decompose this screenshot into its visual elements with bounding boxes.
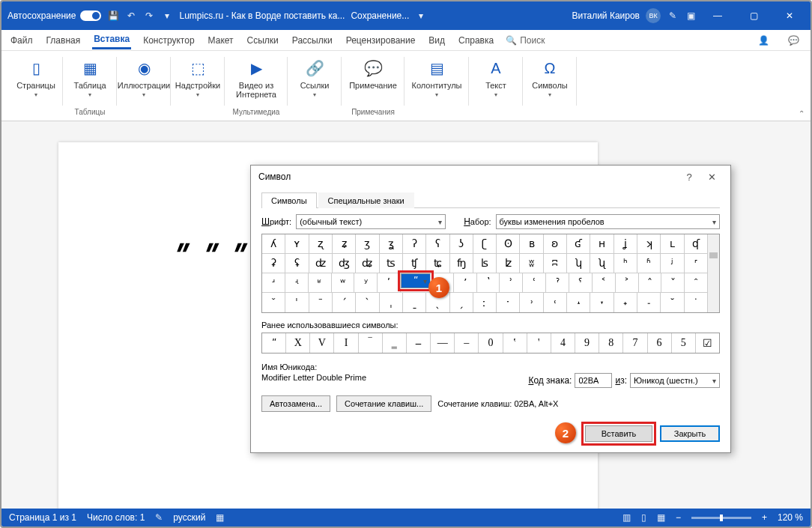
recent-symbol[interactable]: — [431,333,455,353]
symbol-cell[interactable]: ˑ [497,293,520,312]
symbol-cell[interactable]: ˅ [661,273,685,292]
symbol-cell[interactable]: ˏ [450,293,473,312]
tab-home[interactable]: Главная [45,32,82,49]
symbol-cell[interactable]: ʤ [333,254,356,273]
tab-review[interactable]: Рецензирование [345,32,417,49]
symbol-cell[interactable]: ʧ [403,254,426,273]
symbol-cell[interactable]: ʲ [661,254,684,273]
symbol-cell[interactable]: ʟ [661,234,684,253]
symbol-cell[interactable]: ʬ [520,254,543,273]
symbol-cell[interactable]: ˇ [262,293,285,312]
symbol-cell[interactable]: ʶ [309,273,332,292]
symbol-cell[interactable]: ʖ [450,234,473,253]
search-box[interactable]: 🔍Поиск [506,35,545,46]
text-button[interactable]: AТекст▾ [473,54,518,101]
symbol-cell[interactable]: ʒ [356,234,379,253]
symbol-cell[interactable]: ʿ [523,273,546,292]
symbol-cell[interactable]: ˙ [685,293,707,312]
symbol-cell[interactable]: ʭ [544,254,567,273]
dialog-help-button[interactable]: ? [678,172,700,183]
subset-select[interactable]: буквы изменения пробелов [496,214,720,229]
table-button[interactable]: ▦Таблица▾ [67,54,112,101]
recent-symbol[interactable]: 7 [623,333,647,353]
maximize-button[interactable]: ▢ [739,4,769,27]
recent-symbol[interactable]: 8 [599,333,623,353]
recent-symbol[interactable]: ‾ [359,333,383,353]
from-select[interactable]: Юникод (шестн.) [630,373,720,388]
page-number[interactable]: Страница 1 из 1 [9,512,76,523]
symbol-cell[interactable]: ʑ [333,234,356,253]
symbol-cell[interactable]: ʗ [473,234,497,253]
recent-symbol[interactable]: ‛ [503,333,527,353]
symbol-cell[interactable]: ˒ [520,293,543,312]
recent-symbol[interactable]: 0 [479,333,503,353]
symbol-cell[interactable]: ˌ [380,293,403,312]
autosave-toggle[interactable]: Автосохранение [7,10,101,21]
minimize-button[interactable]: — [703,4,733,27]
close-dialog-button[interactable]: Закрыть [660,425,720,442]
symbol-cell[interactable]: ˊ [333,293,356,312]
symbol-cell[interactable]: ʔ [403,234,426,253]
zoom-level[interactable]: 120 % [778,512,803,523]
symbol-cell[interactable]: ˆ [685,273,707,292]
tab-symbols[interactable]: Символы [261,192,317,208]
symbol-cell[interactable]: ˘ [661,293,684,312]
symbol-cell[interactable]: ʷ [332,273,355,292]
symbol-cell[interactable]: ʩ [450,254,473,273]
symbol-cell[interactable]: ˁ [569,273,593,292]
symbol-cell[interactable]: ˂ [593,273,616,292]
autocorrect-button[interactable]: Автозамена... [261,395,330,412]
symbol-cell[interactable]: ʺ [401,273,431,288]
recent-symbol[interactable]: 5 [672,333,696,353]
links-button[interactable]: 🔗Ссылки▾ [292,54,337,101]
symbol-cell[interactable]: ʮ [567,254,590,273]
recent-symbol[interactable]: 9 [575,333,599,353]
symbols-button[interactable]: ΩСимволы▾ [527,54,572,101]
dialog-close-button[interactable]: ✕ [700,172,723,183]
redo-icon[interactable]: ↷ [143,10,155,22]
close-button[interactable]: ✕ [775,4,805,27]
recent-symbol[interactable]: – [455,333,479,353]
illustrations-button[interactable]: ◉Иллюстрации▾ [121,54,166,101]
scrollbar-thumb[interactable] [709,252,718,258]
symbol-cell[interactable]: ʦ [380,254,403,273]
symbol-cell[interactable]: ʜ [590,234,613,253]
recent-symbol[interactable]: I [334,333,358,353]
recent-symbol[interactable]: ‒ [407,333,431,353]
language[interactable]: русский [173,512,205,523]
char-code-input[interactable] [575,373,612,388]
comments-button[interactable]: 💬 [784,32,803,49]
symbol-cell[interactable]: ʚ [544,234,567,253]
tab-view[interactable]: Вид [427,32,446,49]
tab-mailings[interactable]: Рассылки [291,32,334,49]
save-icon[interactable]: 💾 [107,10,119,22]
share-button[interactable]: 👤 [754,32,773,49]
spellcheck-icon[interactable]: ✎ [155,512,163,523]
symbol-cell[interactable]: ʾ [500,273,523,292]
font-select[interactable]: (обычный текст) [296,214,446,229]
symbol-cell[interactable]: ʕ [426,234,449,253]
pages-button[interactable]: ▯Страницы▾ [13,54,58,101]
user-name[interactable]: Виталий Каиров [572,10,640,21]
tab-references[interactable]: Ссылки [246,32,280,49]
symbol-cell[interactable]: ˃ [616,273,639,292]
symbol-cell[interactable]: ʛ [567,234,590,253]
recent-symbol[interactable]: 4 [551,333,575,353]
symbol-cell[interactable]: ˗ [637,293,661,312]
symbol-cell[interactable]: ʘ [497,234,520,253]
recent-symbol[interactable]: X [286,333,310,353]
symbol-cell[interactable]: ʱ [637,254,661,273]
word-count[interactable]: Число слов: 1 [87,512,145,523]
window-mode-icon[interactable]: ▣ [685,10,697,22]
symbol-cell[interactable]: ʳ [685,254,707,273]
symbol-cell[interactable]: ː [473,293,497,312]
insert-button[interactable]: Вставить [585,425,652,442]
zoom-out-icon[interactable]: − [676,512,681,523]
read-mode-icon[interactable]: ▥ [622,512,631,523]
undo-icon[interactable]: ↶ [125,10,137,22]
draw-icon[interactable]: ✎ [667,10,679,22]
symbol-cell[interactable]: ʨ [426,254,449,273]
symbol-cell[interactable]: ʏ [285,234,309,253]
symbol-cell[interactable]: ʎ [262,234,285,253]
symbol-cell[interactable]: ˓ [544,293,567,312]
